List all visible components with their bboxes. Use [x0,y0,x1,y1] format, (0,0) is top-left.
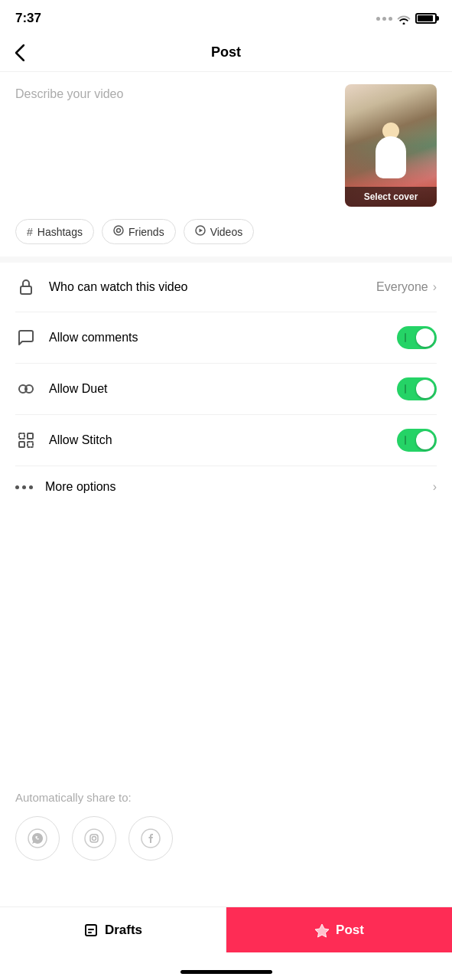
who-can-watch-row[interactable]: Who can watch this video Everyone › [15,263,437,312]
allow-comments-left: Allow comments [15,327,138,348]
svg-point-15 [96,835,98,836]
hashtags-label: Hashtags [37,226,83,238]
settings-list: Who can watch this video Everyone › Allo… [0,263,452,466]
videos-button[interactable]: Videos [184,219,255,244]
svg-rect-9 [19,442,24,447]
svg-rect-8 [28,433,33,439]
drafts-label: Drafts [105,923,142,938]
allow-comments-right [397,326,437,349]
share-label: Automatically share to: [15,791,437,804]
more-options-chevron: › [433,480,437,494]
at-icon [113,225,124,238]
post-button[interactable]: Post [226,907,452,952]
drafts-button[interactable]: Drafts [0,907,226,952]
bottom-buttons: Drafts Post [0,906,452,952]
share-section: Automatically share to: [0,773,452,873]
instagram-share-button[interactable] [72,816,116,861]
status-bar: 7:37 [0,0,452,34]
select-cover-label[interactable]: Select cover [345,187,437,207]
battery-icon [415,13,437,24]
who-can-watch-value: Everyone [376,280,428,294]
more-options-row[interactable]: More options › [0,466,452,508]
svg-rect-18 [88,929,94,930]
hashtag-icon: # [27,226,33,238]
who-can-watch-label: Who can watch this video [49,280,187,294]
videos-label: Videos [210,226,243,238]
more-options-label: More options [45,480,116,494]
toggle-pipe [405,333,406,342]
facebook-share-button[interactable] [128,816,173,861]
svg-point-0 [114,226,123,235]
allow-duet-left: Allow Duet [15,378,107,400]
stitch-icon [15,430,37,451]
allow-duet-label: Allow Duet [49,382,107,396]
signal-icon [376,17,392,21]
duet-icon [15,378,37,400]
description-input[interactable]: Describe your video [15,84,345,101]
more-options-left: More options [15,480,116,494]
svg-rect-4 [21,286,31,294]
allow-comments-label: Allow comments [49,331,138,345]
comment-icon [15,327,37,348]
friends-button[interactable]: Friends [102,219,176,244]
svg-point-12 [85,829,103,848]
hashtags-button[interactable]: # Hashtags [15,219,94,244]
svg-marker-3 [199,229,203,233]
post-icon [314,923,330,938]
svg-point-14 [93,837,96,841]
allow-duet-toggle[interactable] [397,377,437,400]
who-can-watch-left: Who can watch this video [15,276,187,298]
allow-comments-toggle[interactable] [397,326,437,349]
allow-stitch-right [397,429,437,452]
back-button[interactable] [15,44,24,61]
tag-buttons: # Hashtags Friends Videos [0,219,452,256]
allow-stitch-label: Allow Stitch [49,433,112,447]
allow-stitch-toggle[interactable] [397,429,437,452]
allow-duet-right [397,377,437,400]
chevron-right-icon: › [433,280,437,294]
share-icons [15,816,437,861]
play-icon [195,225,206,238]
status-time: 7:37 [15,11,41,26]
svg-rect-7 [19,433,24,439]
allow-duet-row[interactable]: Allow Duet [15,364,437,415]
svg-rect-19 [88,932,92,933]
toggle-pipe [405,384,406,394]
svg-rect-10 [28,442,33,447]
allow-stitch-left: Allow Stitch [15,430,112,451]
who-can-watch-right: Everyone › [376,280,437,294]
allow-comments-row[interactable]: Allow comments [15,312,437,364]
allow-stitch-row[interactable]: Allow Stitch [15,415,437,466]
figure-decoration [368,122,414,191]
svg-point-1 [116,229,120,233]
description-area: Describe your video Select cover [0,72,452,219]
lock-icon [15,276,37,298]
more-options-icon [15,485,33,489]
home-indicator [180,970,272,974]
whatsapp-share-button[interactable] [15,816,60,861]
status-icons [376,13,437,24]
header: Post [0,34,452,72]
wifi-icon [397,14,411,24]
post-label: Post [336,923,364,938]
video-thumbnail[interactable]: Select cover [345,84,437,207]
drafts-icon [83,923,99,938]
page-title: Post [211,44,241,60]
friends-label: Friends [128,226,164,238]
section-divider [0,256,452,263]
toggle-pipe [405,436,406,445]
